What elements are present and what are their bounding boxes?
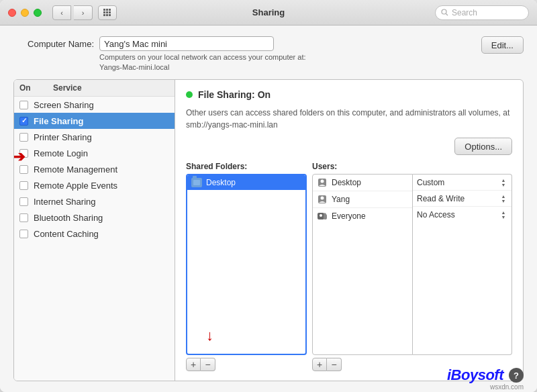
users-label: Users: (312, 162, 512, 171)
checkbox-screen-sharing[interactable] (19, 101, 28, 109)
main-panel: ➔ On Service Screen Sharing File Sharing (13, 79, 524, 381)
computer-name-label: Computer Name: (13, 36, 94, 49)
service-name-remote-apple-events: Remote Apple Events (34, 181, 117, 191)
file-sharing-description: Other users can access shared folders on… (186, 107, 512, 131)
sidebar-item-remote-login[interactable]: Remote Login (14, 145, 175, 161)
nav-buttons: ‹ › (52, 5, 93, 20)
user-name-everyone: Everyone (332, 211, 366, 221)
permission-item-custom[interactable]: Custom ▲ ▼ (413, 175, 511, 191)
folder-add-remove-row: + − (186, 358, 307, 371)
shared-folders-label: Shared Folders: (186, 162, 307, 171)
sidebar-item-printer-sharing[interactable]: Printer Sharing (14, 129, 175, 145)
svg-rect-4 (106, 11, 108, 13)
grid-button[interactable] (98, 5, 117, 20)
svg-point-9 (442, 9, 446, 14)
options-row: Options... (186, 138, 512, 155)
local-address-line1: Computers on your local network can acce… (99, 53, 476, 61)
sidebar-item-screen-sharing[interactable]: Screen Sharing (14, 97, 175, 113)
search-icon (441, 9, 448, 16)
window-title: Sharing (252, 7, 285, 17)
svg-rect-6 (103, 14, 105, 16)
checkbox-internet-sharing[interactable] (19, 197, 28, 206)
permission-label-custom: Custom (417, 178, 444, 187)
user-icon-yang (317, 194, 328, 205)
checkbox-remote-apple-events[interactable] (19, 181, 28, 190)
sidebar-item-content-caching[interactable]: Content Caching (14, 226, 175, 242)
close-button[interactable] (8, 9, 16, 17)
checkbox-file-sharing[interactable] (19, 117, 28, 126)
permission-stepper-no-access[interactable]: ▲ ▼ (499, 210, 507, 219)
folder-icon-desktop (191, 178, 202, 187)
stepper-down-icon-3: ▼ (499, 215, 507, 219)
permission-item-no-access[interactable]: No Access ▲ ▼ (413, 207, 511, 223)
stepper-up-icon: ▲ (499, 178, 507, 183)
back-button[interactable]: ‹ (52, 5, 71, 20)
content-area: Computer Name: Computers on your local n… (0, 26, 537, 392)
users-section: Users: (312, 162, 512, 371)
svg-point-14 (321, 197, 324, 200)
svg-rect-0 (103, 9, 105, 11)
titlebar: ‹ › Sharing Search (0, 0, 537, 26)
window: ‹ › Sharing Search (0, 0, 537, 392)
search-placeholder: Search (452, 8, 477, 17)
arrow-annotation-down: ↓ (206, 327, 213, 344)
minimize-button[interactable] (21, 9, 29, 17)
red-arrow-down-icon: ↓ (206, 327, 213, 344)
help-badge[interactable]: ? (509, 368, 524, 383)
edit-button[interactable]: Edit... (481, 36, 524, 54)
checkbox-content-caching[interactable] (19, 230, 28, 238)
sidebar-item-bluetooth-sharing[interactable]: Bluetooth Sharing (14, 209, 175, 226)
search-box[interactable]: Search (435, 5, 529, 20)
sidebar-list: Screen Sharing File Sharing Printer Shar… (14, 97, 175, 381)
maximize-button[interactable] (34, 9, 42, 17)
folder-item-desktop[interactable]: Desktop (187, 175, 305, 190)
computer-name-input[interactable] (99, 36, 274, 51)
sidebar-header: On Service (14, 80, 175, 97)
user-item-everyone[interactable]: Everyone (313, 208, 412, 224)
right-panel: File Sharing: On Other users can access … (175, 80, 523, 381)
sidebar-item-file-sharing[interactable]: File Sharing (14, 113, 175, 129)
user-item-desktop[interactable]: Desktop (313, 175, 412, 191)
forward-button[interactable]: › (74, 5, 93, 20)
sidebar-item-remote-management[interactable]: Remote Management (14, 161, 175, 177)
sidebar-item-internet-sharing[interactable]: Internet Sharing (14, 193, 175, 209)
users-list: Desktop (312, 174, 413, 355)
local-address-line2: Yangs-Mac-mini.local (99, 63, 476, 71)
stepper-down-icon-2: ▼ (499, 199, 507, 203)
permission-stepper-read-write[interactable]: ▲ ▼ (499, 194, 507, 203)
add-user-button[interactable]: + (312, 358, 327, 371)
svg-rect-8 (109, 14, 111, 16)
user-item-yang[interactable]: Yang (313, 191, 412, 208)
computer-name-right: Computers on your local network can acce… (99, 36, 476, 71)
svg-line-10 (446, 14, 448, 16)
sidebar: On Service Screen Sharing File Sharing (14, 80, 175, 381)
svg-rect-2 (109, 9, 111, 11)
file-sharing-header: File Sharing: On (186, 89, 512, 100)
add-folder-button[interactable]: + (186, 358, 201, 371)
svg-point-12 (321, 180, 324, 183)
checkbox-bluetooth-sharing[interactable] (19, 213, 28, 222)
sidebar-header-on: On (19, 83, 40, 93)
sidebar-item-remote-apple-events[interactable]: Remote Apple Events (14, 177, 175, 193)
permission-item-read-write[interactable]: Read & Write ▲ ▼ (413, 191, 511, 207)
service-name-content-caching: Content Caching (34, 229, 99, 239)
watermark-text: iBoysoft (447, 366, 503, 384)
service-name-remote-management: Remote Management (34, 164, 117, 175)
permissions-list: Custom ▲ ▼ Read & Write ▲ (413, 174, 512, 355)
users-and-permissions: Desktop (312, 174, 512, 355)
permission-label-no-access: No Access (417, 210, 455, 219)
permission-label-read-write: Read & Write (417, 194, 465, 203)
service-name-printer-sharing: Printer Sharing (34, 132, 92, 142)
checkbox-remote-management[interactable] (19, 165, 28, 174)
checkbox-remote-login[interactable] (19, 149, 28, 158)
permission-stepper-custom[interactable]: ▲ ▼ (499, 178, 507, 187)
options-button[interactable]: Options... (454, 138, 512, 155)
service-name-internet-sharing: Internet Sharing (34, 197, 96, 207)
remove-folder-button[interactable]: − (201, 358, 215, 371)
checkbox-printer-sharing[interactable] (19, 133, 28, 142)
remove-user-button[interactable]: − (327, 358, 342, 371)
stepper-up-icon-2: ▲ (499, 194, 507, 199)
svg-point-18 (324, 213, 326, 215)
service-name-bluetooth-sharing: Bluetooth Sharing (34, 213, 103, 223)
computer-name-row: Computer Name: Computers on your local n… (13, 36, 524, 71)
